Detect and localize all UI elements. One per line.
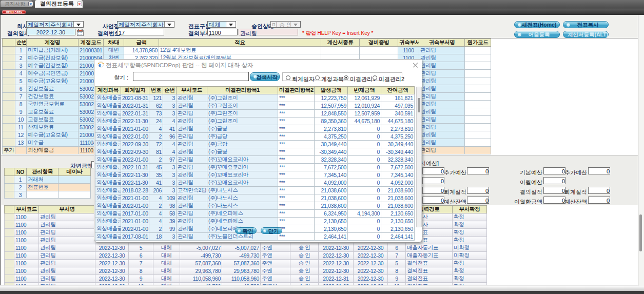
svg-text:e: e (99, 62, 101, 68)
